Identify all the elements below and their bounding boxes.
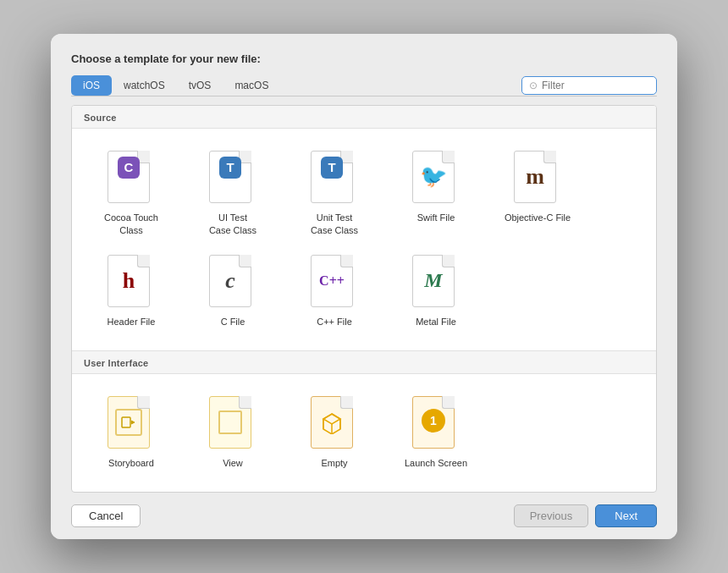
ui-section-header: User Interface xyxy=(72,351,656,374)
cancel-button[interactable]: Cancel xyxy=(71,504,141,527)
swift-label: Swift File xyxy=(417,212,455,224)
tabs-filter-row: iOS watchOS tvOS macOS ⊙ xyxy=(71,75,657,96)
unit-test-label: Unit TestCase Class xyxy=(311,212,358,238)
source-section-header: Source xyxy=(72,106,656,129)
tab-ios[interactable]: iOS xyxy=(71,75,112,96)
ui-test-label: UI TestCase Class xyxy=(209,212,256,238)
cpp-label: C++ File xyxy=(317,316,352,328)
ui-test-icon: T xyxy=(209,151,256,205)
launch-label: Launch Screen xyxy=(405,457,467,470)
storyboard-label: Storyboard xyxy=(108,457,154,470)
metal-label: Metal File xyxy=(416,316,456,328)
unit-test-icon: T xyxy=(311,151,358,205)
objc-icon: m xyxy=(514,151,561,205)
view-label: View xyxy=(223,457,243,470)
tab-watchos[interactable]: watchOS xyxy=(112,75,177,96)
new-file-dialog: Choose a template for your new file: iOS… xyxy=(51,34,677,540)
dialog-title: Choose a template for your new file: xyxy=(71,52,657,65)
header-label: Header File xyxy=(108,316,156,328)
header-icon: h xyxy=(108,255,155,309)
view-icon xyxy=(209,396,256,450)
cocoa-touch-label: Cocoa TouchClass xyxy=(104,212,158,238)
empty-svg xyxy=(320,410,344,434)
storyboard-icon xyxy=(108,396,155,450)
filter-box: ⊙ xyxy=(521,76,657,95)
objc-label: Objective-C File xyxy=(505,212,571,224)
cocoa-touch-icon: C xyxy=(108,151,155,205)
tab-macos[interactable]: macOS xyxy=(223,75,280,96)
template-objc[interactable]: m Objective-C File xyxy=(487,142,588,246)
template-cocoa-touch[interactable]: C Cocoa TouchClass xyxy=(80,142,182,246)
template-swift[interactable]: 🐦 Swift File xyxy=(385,142,487,246)
template-c[interactable]: c C File xyxy=(182,246,284,337)
template-empty[interactable]: Empty xyxy=(284,388,385,478)
svg-marker-2 xyxy=(323,414,340,424)
c-icon: c xyxy=(209,255,256,309)
ui-grid: Storyboard View xyxy=(72,374,656,492)
empty-label: Empty xyxy=(321,457,347,470)
template-unit-test[interactable]: T Unit TestCase Class xyxy=(284,142,385,246)
storyboard-svg xyxy=(121,415,136,430)
template-view[interactable]: View xyxy=(182,388,284,478)
template-ui-test[interactable]: T UI TestCase Class xyxy=(182,142,284,246)
empty-icon xyxy=(311,396,358,450)
template-storyboard[interactable]: Storyboard xyxy=(80,388,182,478)
filter-input[interactable] xyxy=(542,80,649,91)
source-grid: C Cocoa TouchClass T UI TestCase Class xyxy=(72,129,656,350)
platform-tabs: iOS watchOS tvOS macOS xyxy=(71,75,280,96)
dialog-footer: Cancel Previous Next xyxy=(51,493,677,539)
template-metal[interactable]: M Metal File xyxy=(385,246,487,337)
next-button[interactable]: Next xyxy=(595,504,657,527)
launch-icon: 1 xyxy=(412,396,460,450)
c-label: C File xyxy=(221,316,245,328)
launch-badge: 1 xyxy=(422,409,445,433)
swift-icon: 🐦 xyxy=(412,151,460,205)
metal-icon: M xyxy=(412,255,460,309)
filter-icon: ⊙ xyxy=(529,80,538,91)
footer-actions: Previous Next xyxy=(514,504,657,527)
tab-tvos[interactable]: tvOS xyxy=(177,75,223,96)
template-cpp[interactable]: C++ C++ File xyxy=(284,246,385,337)
previous-button[interactable]: Previous xyxy=(514,504,589,527)
template-launch[interactable]: 1 Launch Screen xyxy=(385,388,487,478)
svg-rect-0 xyxy=(122,417,130,427)
dialog-header: Choose a template for your new file: iOS… xyxy=(51,34,677,105)
template-content: Source C Cocoa TouchClass T UI TestCas xyxy=(71,105,657,493)
cpp-icon: C++ xyxy=(311,255,358,309)
template-header[interactable]: h Header File xyxy=(80,246,182,337)
